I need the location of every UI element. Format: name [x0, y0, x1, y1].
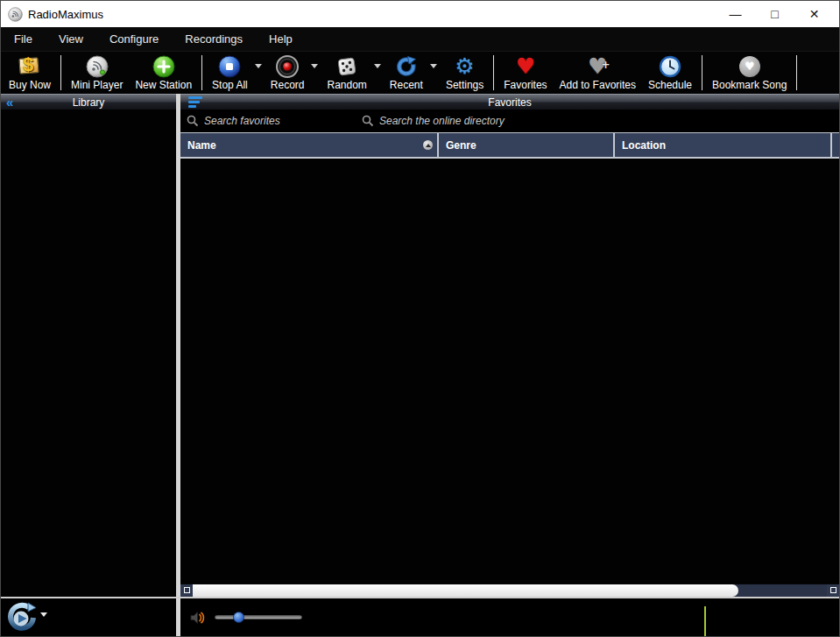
play-last-station-button[interactable] — [6, 602, 38, 633]
toolbar-separator — [702, 55, 702, 90]
random-button[interactable]: Random — [321, 53, 372, 91]
recent-dropdown-caret-icon[interactable] — [430, 64, 437, 68]
title-bar: RadioMaximus — □ ✕ — [1, 1, 839, 27]
library-tree[interactable] — [1, 110, 176, 597]
stations-table-body[interactable] — [180, 159, 839, 584]
stations-table-header: Name Genre Location — [180, 132, 839, 159]
record-dropdown-caret-icon[interactable] — [311, 64, 318, 68]
bookmark-song-icon: ♥ — [739, 56, 760, 77]
horizontal-scrollbar — [180, 584, 839, 597]
window-title: RadioMaximus — [28, 8, 103, 21]
library-panel-title: Library — [1, 96, 176, 109]
search-icon — [187, 115, 199, 127]
recent-button[interactable]: Recent — [384, 53, 429, 91]
toolbar-separator — [60, 55, 61, 90]
buy-now-button[interactable]: $ Buy Now — [3, 53, 57, 91]
player-bar-main — [180, 598, 839, 636]
content-area: « Library Favorites — [1, 94, 839, 597]
record-icon — [276, 55, 299, 78]
scrollbar-track[interactable] — [193, 584, 827, 597]
favorites-button[interactable]: ♥ Favorites — [498, 53, 553, 91]
new-station-icon — [152, 55, 175, 78]
favorites-heart-icon: ♥ — [516, 55, 535, 77]
app-window: RadioMaximus — □ ✕ File View Configure R… — [0, 0, 840, 637]
menu-configure[interactable]: Configure — [96, 27, 172, 51]
favorites-panel-title: Favorites — [180, 96, 839, 109]
settings-gear-icon: ⚙ — [455, 55, 474, 77]
menu-help[interactable]: Help — [256, 27, 306, 51]
toolbar-separator — [796, 55, 797, 90]
scroll-left-button[interactable] — [180, 584, 193, 597]
player-bar-left — [1, 598, 176, 636]
panel-menu-icon[interactable] — [188, 96, 202, 108]
app-logo-icon — [8, 7, 23, 22]
menu-recordings[interactable]: Recordings — [172, 27, 256, 51]
stop-all-dropdown-caret-icon[interactable] — [255, 64, 262, 68]
volume-slider[interactable] — [215, 615, 302, 619]
schedule-clock-icon — [659, 55, 681, 78]
recent-icon — [395, 55, 418, 78]
random-icon — [335, 55, 358, 78]
stop-all-button[interactable]: Stop All — [206, 53, 254, 91]
settings-button[interactable]: ⚙ Settings — [440, 53, 490, 91]
new-station-button[interactable]: New Station — [129, 53, 198, 91]
menu-bar: File View Configure Recordings Help — [1, 27, 839, 52]
close-button[interactable]: ✕ — [794, 2, 834, 26]
favorites-panel: Favorites — [180, 94, 839, 597]
search-favorites-input[interactable] — [204, 115, 335, 127]
volume-slider-thumb[interactable] — [233, 612, 244, 623]
stop-all-icon — [218, 55, 241, 78]
add-to-favorites-icon: ♥+ — [588, 55, 607, 77]
search-favorites-field[interactable] — [180, 115, 356, 127]
play-last-dropdown-caret-icon[interactable] — [40, 612, 47, 617]
volume-mute-icon[interactable] — [188, 609, 206, 626]
scroll-right-button[interactable] — [827, 584, 839, 597]
scrollbar-thumb[interactable] — [193, 584, 738, 597]
mini-player-icon — [86, 55, 109, 78]
toolbar-separator — [493, 55, 494, 90]
buy-now-icon: $ — [18, 56, 41, 77]
toolbar: $ Buy Now Mini Player — [1, 52, 839, 94]
library-panel: « Library — [1, 94, 176, 597]
column-header-location[interactable]: Location — [615, 133, 832, 157]
search-directory-input[interactable] — [379, 115, 572, 127]
schedule-button[interactable]: Schedule — [642, 53, 698, 91]
collapse-library-icon[interactable]: « — [6, 96, 13, 109]
search-directory-field[interactable] — [356, 115, 839, 127]
add-to-favorites-button[interactable]: ♥+ Add to Favorites — [554, 53, 642, 91]
column-header-spacer — [832, 133, 839, 157]
column-header-name[interactable]: Name — [180, 133, 439, 157]
player-bar — [1, 597, 839, 636]
maximize-button[interactable]: □ — [755, 2, 794, 26]
menu-view[interactable]: View — [46, 27, 96, 51]
library-panel-header: « Library — [1, 94, 176, 110]
record-button[interactable]: Record — [265, 53, 311, 91]
menu-file[interactable]: File — [1, 27, 46, 51]
favorites-panel-header: Favorites — [180, 94, 839, 110]
random-dropdown-caret-icon[interactable] — [374, 64, 381, 68]
mini-player-button[interactable]: Mini Player — [65, 53, 129, 91]
minimize-button[interactable]: — — [716, 2, 755, 26]
toolbar-separator — [201, 55, 202, 90]
player-section-divider — [704, 606, 706, 636]
search-icon — [362, 115, 374, 127]
column-header-genre[interactable]: Genre — [439, 133, 615, 157]
sort-indicator-icon[interactable] — [423, 140, 433, 150]
bookmark-song-button[interactable]: ♥ Bookmark Song — [706, 53, 793, 91]
search-row — [180, 110, 839, 132]
